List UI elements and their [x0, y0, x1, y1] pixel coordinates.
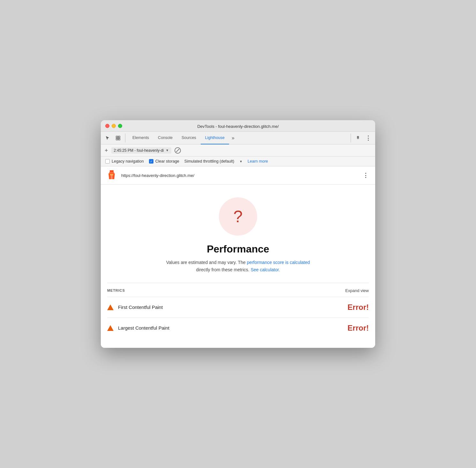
traffic-lights	[105, 124, 122, 128]
options-bar: Legacy navigation ✓ Clear storage Simula…	[101, 157, 375, 166]
subtitle-part1: Values are estimated and may vary. The	[166, 260, 246, 265]
add-session-button[interactable]: +	[105, 148, 108, 153]
expand-view-button[interactable]: Expand view	[345, 288, 369, 293]
performance-subtitle: Values are estimated and may vary. The p…	[166, 259, 310, 273]
clear-storage-group: ✓ Clear storage	[149, 159, 179, 164]
title-bar: DevTools - foul-heavenly-direction.glitc…	[101, 120, 375, 132]
lighthouse-url-display: https://foul-heavenly-direction.glitch.m…	[121, 173, 357, 178]
lighthouse-more-button[interactable]: ⋮	[361, 171, 370, 180]
session-url-selector[interactable]: 2:45:25 PM - foul-heavenly-di ▼	[111, 147, 172, 154]
metric-row-fcp: First Contentful Paint Error!	[107, 297, 369, 318]
browser-window: DevTools - foul-heavenly-direction.glitc…	[101, 120, 375, 348]
score-section: ? Performance Values are estimated and m…	[107, 197, 369, 273]
metrics-header: METRICS Expand view	[107, 283, 369, 297]
lcp-label: Largest Contentful Paint	[118, 325, 347, 331]
fcp-warning-icon	[107, 304, 114, 310]
maximize-button[interactable]	[118, 124, 122, 128]
session-dropdown-arrow: ▼	[166, 149, 169, 152]
window-title: DevTools - foul-heavenly-direction.glitc…	[197, 124, 279, 129]
minimize-button[interactable]	[112, 124, 116, 128]
lcp-error: Error!	[347, 324, 369, 333]
clear-storage-label: Clear storage	[155, 159, 179, 164]
performance-title: Performance	[207, 243, 269, 255]
svg-rect-1	[118, 136, 120, 138]
fcp-error: Error!	[347, 303, 369, 312]
svg-rect-5	[109, 172, 114, 173]
learn-more-link[interactable]: Learn more	[248, 159, 268, 164]
session-url-text: 2:45:25 PM - foul-heavenly-di	[114, 148, 164, 153]
clear-storage-checkbox[interactable]: ✓	[149, 159, 153, 164]
fcp-label: First Contentful Paint	[118, 304, 347, 310]
see-calculator-link[interactable]: See calculator.	[251, 267, 280, 272]
inspect-icon[interactable]	[114, 134, 123, 143]
lcp-warning-icon	[107, 325, 114, 331]
svg-rect-4	[110, 170, 114, 172]
score-value: ?	[234, 208, 243, 225]
legacy-nav-group: Legacy navigation	[105, 159, 144, 164]
lighthouse-header: https://foul-heavenly-direction.glitch.m…	[101, 166, 375, 185]
legacy-nav-checkbox[interactable]	[105, 159, 110, 164]
action-bar: + 2:45:25 PM - foul-heavenly-di ▼	[101, 144, 375, 157]
legacy-nav-label: Legacy navigation	[112, 159, 144, 164]
tab-sources[interactable]: Sources	[177, 132, 201, 144]
devtools-more-icon[interactable]: ⋮	[364, 134, 373, 143]
close-button[interactable]	[105, 124, 109, 128]
throttling-dropdown-arrow[interactable]: ▼	[239, 160, 242, 163]
metric-row-lcp: Largest Contentful Paint Error!	[107, 318, 369, 338]
tab-console[interactable]: Console	[153, 132, 177, 144]
svg-rect-2	[116, 138, 118, 140]
svg-rect-8	[111, 175, 113, 179]
toolbar-icons	[103, 134, 125, 143]
svg-rect-3	[118, 138, 120, 140]
more-tabs-button[interactable]: »	[229, 132, 237, 144]
main-content: ? Performance Values are estimated and m…	[101, 185, 375, 348]
tab-elements[interactable]: Elements	[128, 132, 153, 144]
cursor-icon[interactable]	[103, 134, 112, 143]
block-requests-icon[interactable]	[175, 147, 181, 154]
subtitle-part2: directly from these metrics.	[196, 267, 249, 272]
devtools-tab-bar: Elements Console Sources Lighthouse »	[101, 132, 375, 144]
svg-rect-7	[110, 174, 113, 175]
tab-lighthouse[interactable]: Lighthouse	[201, 132, 229, 144]
throttling-label: Simulated throttling (default)	[184, 159, 234, 164]
settings-icon[interactable]	[353, 134, 362, 143]
svg-rect-0	[116, 136, 118, 138]
devtools-right-icons: ⋮	[351, 134, 373, 143]
metrics-section: METRICS Expand view First Contentful Pai…	[107, 283, 369, 338]
lighthouse-logo-icon	[106, 170, 117, 181]
performance-score-link[interactable]: performance score is calculated	[247, 260, 310, 265]
score-circle: ?	[219, 197, 257, 236]
metrics-label: METRICS	[107, 289, 125, 292]
